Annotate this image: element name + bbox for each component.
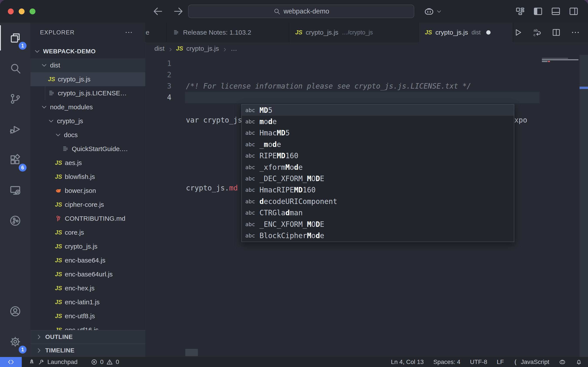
bower-icon [55,187,62,194]
activitybar-item-explorer[interactable]: 1 [0,23,31,53]
encoding-status-item[interactable]: UTF-8 [465,357,492,367]
toggle-secondary-sidebar-icon[interactable] [568,6,579,17]
status-bar: Launchpad 0 0 Ln 4, Col 13 Spaces: 4 UTF… [0,357,588,367]
modified-dot-icon[interactable] [486,30,491,35]
editor-tab-release-notes-1-103-2[interactable]: Release Notes: 1.103.2 [167,23,289,42]
tree-folder-dist[interactable]: dist [31,58,145,72]
activitybar-item-settings[interactable]: 1 [0,326,31,357]
suggestion-item-_enc_xform_mode[interactable]: abc_ENC_XFORM_MODE [242,218,514,230]
vertical-scrollbar[interactable] [580,55,588,357]
tree-folder-crypto_js[interactable]: crypto_js [31,114,145,128]
breadcrumb-symbol[interactable]: … [231,45,237,52]
tree-file-enc-hex.js[interactable]: JSenc-hex.js [31,281,145,295]
suggestion-item-decodeuricomponent[interactable]: abcdecodeURIComponent [242,196,514,207]
horizontal-scrollbar-thumb[interactable] [185,349,198,356]
suggestion-item-mode[interactable]: abcmode [242,116,514,127]
tree-file-quickstartguide.…[interactable]: QuickStartGuide.… [31,142,145,156]
breadcrumb-folder[interactable]: dist [154,45,165,52]
tree-file-crypto_js.js.license…[interactable]: crypto_js.js.LICENSE… [31,86,145,100]
tree-file-aes.js[interactable]: JSaes.js [31,156,145,170]
minimize-window-button[interactable] [19,8,24,14]
suggestion-item-_mode[interactable]: abc_mode [242,139,514,150]
word-wrap-icon[interactable]: abc [532,28,542,37]
activitybar-item-run-debug[interactable] [0,114,31,144]
js-file-icon: JS [55,159,62,167]
activitybar-item-search[interactable] [0,53,31,83]
contributing-icon [55,215,62,222]
suggestion-item-hmacripemd160[interactable]: abcHmacRIPEMD160 [242,184,514,196]
sidebar-section-outline[interactable]: OUTLINE [31,330,145,343]
tree-file-contributing.md[interactable]: CONTRIBUTING.md [31,212,145,225]
tree-item-label: crypto_js [57,117,83,125]
suggestion-label: BlockCipherMode [259,231,324,240]
tree-file-crypto_js.js[interactable]: JScrypto_js.js [31,239,145,253]
tab-partial[interactable]: e [145,23,167,42]
tree-file-core.js[interactable]: JScore.js [31,225,145,239]
tree-file-enc-base64.js[interactable]: JSenc-base64.js [31,253,145,267]
language-mode-status-item[interactable]: JavaScript [519,357,554,367]
suggestion-item-_dec_xform_mode[interactable]: abc_DEC_XFORM_MODE [242,173,514,184]
toggle-primary-sidebar-icon[interactable] [533,6,543,17]
run-file-icon[interactable] [513,28,523,37]
split-editor-icon[interactable] [551,28,561,37]
bell-icon [575,359,582,366]
notifications-status-item[interactable] [571,357,582,367]
symbol-text-icon: abc [245,130,255,136]
explorer-more-actions-icon[interactable] [124,28,133,37]
problems-status-item[interactable]: 0 0 [86,357,124,367]
tree-file-enc-latin1.js[interactable]: JSenc-latin1.js [31,295,145,309]
activitybar-item-extensions[interactable]: 6 [0,144,31,175]
eol-status-item[interactable]: LF [492,357,509,367]
suggestion-item-hmacmd5[interactable]: abcHmacMD5 [242,127,514,139]
tree-folder-webpack-demo[interactable]: WEBPACK-DEMO [31,44,145,58]
copilot-menu[interactable] [424,6,442,17]
suggestion-item-_xformmode[interactable]: abc_xformMode [242,161,514,173]
activitybar-item-accounts[interactable] [0,296,31,326]
sidebar-section-timeline[interactable]: TIMELINE [31,343,145,357]
navigate-back-icon[interactable] [152,6,163,17]
text-file-icon [48,90,55,97]
activitybar-item-remote-explorer[interactable] [0,175,31,206]
tree-file-enc-utf16.js[interactable]: JSenc-utf16.js [31,323,145,330]
svg-text:ab: ab [534,28,538,33]
copilot-status-item[interactable] [554,357,571,367]
remote-indicator[interactable] [0,357,22,367]
toggle-panel-icon[interactable] [551,6,561,17]
suggestion-item-blockciphermode[interactable]: abcBlockCipherMode [242,230,514,241]
badge: 6 [19,164,26,172]
command-center-search[interactable]: webpack-demo [188,5,414,18]
tree-file-crypto_js.js[interactable]: JScrypto_js.js [31,72,145,86]
tree-item-label: node_modules [50,103,93,111]
code-editor[interactable]: 1 2 3 4 /*! For license information plea… [145,55,588,357]
close-window-button[interactable] [8,8,14,14]
navigate-forward-icon[interactable] [173,6,184,17]
more-actions-icon[interactable] [571,28,580,37]
cursor-position-status-item[interactable]: Ln 4, Col 13 [386,357,429,367]
indentation-status-item[interactable]: Spaces: 4 [429,357,465,367]
editor-tab-crypto-js-js[interactable]: JScrypto_js.js…/crypto_js [289,23,419,42]
tree-item-label: aes.js [65,159,82,167]
customize-layout-icon[interactable] [515,6,525,17]
tree-folder-node_modules[interactable]: node_modules [31,100,145,114]
tree-file-enc-utf8.js[interactable]: JSenc-utf8.js [31,309,145,323]
breadcrumb-file[interactable]: crypto_js.js [186,45,219,52]
editor-tab-crypto-js-js[interactable]: JScrypto_js.jsdist [419,23,513,42]
launchpad-status-item[interactable]: Launchpad [22,357,82,367]
tree-file-enc-base64url.js[interactable]: JSenc-base64url.js [31,267,145,281]
zoom-window-button[interactable] [30,8,35,14]
activitybar-item-source-control[interactable] [0,83,31,114]
code-line-1[interactable]: /*! For license information please see c… [186,81,533,92]
chevron-down-icon [41,104,48,110]
chevron-down-icon [41,62,48,68]
tree-file-cipher-core.js[interactable]: JScipher-core.js [31,198,145,212]
activitybar-item-live-share[interactable] [0,206,31,236]
suggestion-item-ripemd160[interactable]: abcRIPEMD160 [242,150,514,161]
suggestion-item-ctrgladman[interactable]: abcCTRGladman [242,207,514,218]
tree-folder-docs[interactable]: docs [31,128,145,142]
suggestion-item-md5[interactable]: abcMD5 [242,104,514,116]
badge: 1 [19,346,26,353]
tree-file-blowfish.js[interactable]: JSblowfish.js [31,170,145,184]
symbol-text-icon: abc [245,107,255,113]
tree-file-bower.json[interactable]: bower.json [31,184,145,198]
minimap[interactable] [541,55,580,357]
